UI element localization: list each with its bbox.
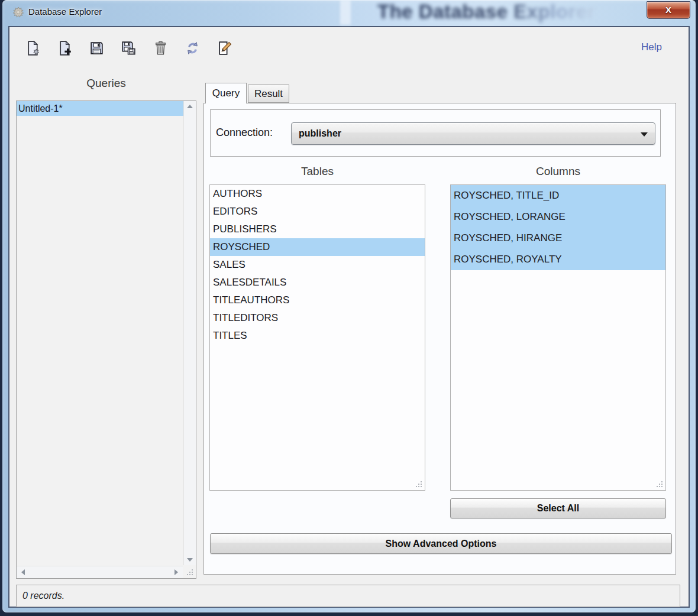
connection-group: Connection: publisher	[210, 109, 661, 157]
add-query-button[interactable]	[54, 38, 75, 58]
refresh-icon	[185, 40, 201, 56]
list-item[interactable]: Untitled-1*	[17, 101, 183, 116]
show-advanced-options-button[interactable]: Show Advanced Options	[210, 533, 672, 554]
tab-query[interactable]: Query	[205, 83, 247, 103]
list-item[interactable]: ROYSCHED, LORANGE	[451, 206, 665, 228]
queries-header: Queries	[16, 77, 196, 90]
window-title: Database Explorer	[28, 7, 102, 17]
help-link[interactable]: Help	[641, 41, 662, 53]
connection-dropdown[interactable]: publisher	[291, 122, 655, 145]
columns-header: Columns	[450, 165, 666, 178]
list-item[interactable]: AUTHORS	[210, 185, 425, 203]
trash-icon	[153, 40, 169, 56]
status-text: 0 records.	[17, 591, 64, 601]
list-item[interactable]: ROYSCHED, ROYALTY	[451, 249, 665, 270]
tables-rows: AUTHORSEDITORSPUBLISHERSROYSCHEDSALESSAL…	[210, 185, 425, 345]
status-bar: 0 records.	[16, 585, 680, 607]
edit-button[interactable]	[214, 38, 234, 58]
list-item[interactable]: SALESDETAILS	[210, 274, 425, 291]
connection-value: publisher	[292, 128, 341, 139]
chevron-down-icon	[641, 132, 648, 137]
list-item[interactable]: ROYSCHED, TITLE_ID	[451, 185, 665, 206]
app-gear-icon	[13, 7, 24, 18]
columns-resize-grip[interactable]	[655, 479, 664, 489]
delete-button[interactable]	[150, 38, 170, 58]
save-icon	[89, 40, 105, 56]
queries-list[interactable]: Untitled-1*	[16, 100, 196, 579]
list-item[interactable]: ROYSCHED	[210, 238, 425, 256]
queries-vertical-scrollbar[interactable]	[183, 101, 196, 565]
query-tab-panel: Connection: publisher Tables Columns AUT…	[203, 103, 676, 575]
queries-rows: Untitled-1*	[17, 101, 183, 565]
app-window: The Database Explorer Database Explorer …	[2, 0, 696, 612]
client-area: Help Queries Untitled-1* Query Result Co…	[8, 26, 690, 608]
select-all-button[interactable]: Select All	[450, 498, 666, 518]
list-item[interactable]: ROYSCHED, HIRANGE	[451, 228, 665, 249]
background-glass-highlight	[340, 0, 351, 25]
list-item[interactable]: TITLES	[210, 327, 425, 345]
titlebar[interactable]: The Database Explorer Database Explorer …	[2, 0, 696, 26]
list-item[interactable]: EDITORS	[210, 203, 425, 221]
refresh-button[interactable]	[182, 38, 202, 58]
scroll-left-icon[interactable]	[21, 569, 25, 575]
scroll-up-icon[interactable]	[187, 105, 193, 108]
background-page-title: The Database Explorer	[377, 1, 595, 23]
scroll-right-icon[interactable]	[174, 569, 178, 575]
list-item[interactable]: PUBLISHERS	[210, 221, 425, 238]
queries-horizontal-scrollbar[interactable]	[17, 566, 183, 578]
connection-label: Connection:	[216, 127, 273, 139]
save-as-icon	[121, 40, 137, 56]
list-item[interactable]: TITLEDITORS	[210, 309, 425, 327]
close-button[interactable]: X	[647, 1, 690, 19]
queries-resize-grip[interactable]	[185, 568, 195, 577]
new-query-icon	[25, 40, 41, 56]
save-as-button[interactable]	[118, 38, 138, 58]
scroll-down-icon[interactable]	[187, 558, 193, 562]
tables-list[interactable]: AUTHORSEDITORSPUBLISHERSROYSCHEDSALESSAL…	[209, 184, 425, 491]
save-button[interactable]	[86, 38, 106, 58]
tab-result[interactable]: Result	[248, 85, 289, 103]
tables-resize-grip[interactable]	[414, 479, 424, 489]
columns-list[interactable]: ROYSCHED, TITLE_IDROYSCHED, LORANGEROYSC…	[450, 184, 666, 491]
toolbar	[22, 38, 234, 58]
list-item[interactable]: TITLEAUTHORS	[210, 291, 425, 309]
columns-rows: ROYSCHED, TITLE_IDROYSCHED, LORANGEROYSC…	[451, 185, 665, 270]
new-query-button[interactable]	[22, 38, 43, 58]
list-item[interactable]: SALES	[210, 256, 425, 274]
edit-icon	[216, 40, 232, 56]
tables-header: Tables	[209, 165, 425, 178]
add-query-icon	[57, 40, 73, 56]
